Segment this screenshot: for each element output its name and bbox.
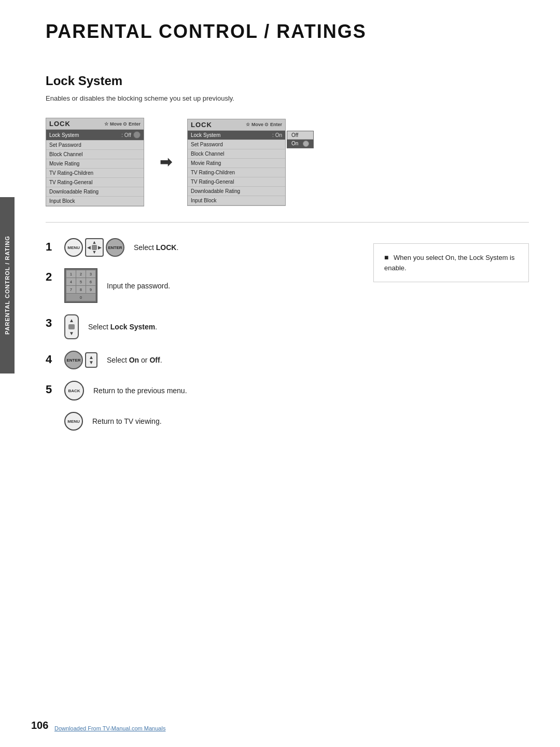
step-1-icons: MENU ▲ ◀ ▶ ▼ ENTER (64, 238, 124, 257)
menu-button-icon: MENU (64, 238, 83, 257)
page-title: PARENTAL CONTROL / RATINGS (46, 21, 529, 43)
step-3: 3 ▲ ▼ Select Lock System. (46, 314, 353, 339)
menu-title-after: LOCK (191, 121, 212, 129)
menu-row-block-channel-before: Block Channel (46, 150, 144, 159)
steps-list: 1 MENU ▲ ◀ ▶ ▼ ENTER (46, 238, 353, 442)
dropdown-item-off: Off (287, 131, 313, 140)
menu-after: LOCK ☆ Move ⊙ Enter Lock System : On Off… (187, 119, 286, 206)
menu-before: LOCK ☆ Move ⊙ Enter Lock System : Off Se… (46, 118, 144, 206)
transition-arrow: ➡ (160, 154, 172, 171)
step-2-text: Input the password. (107, 282, 170, 290)
nav-hint-before: ☆ Move ⊙ Enter (104, 121, 141, 127)
menu-row-set-password-after: Set Password (188, 140, 285, 149)
step-6-icons: MENU (64, 412, 83, 431)
section-title: Lock System (46, 74, 529, 88)
step-2: 2 1 2 3 4 5 6 7 8 9 0 (46, 268, 353, 303)
menu-row-movie-rating-after: Movie Rating (188, 159, 285, 168)
numpad-icon: 1 2 3 4 5 6 7 8 9 0 (64, 268, 97, 303)
note-box: ■ When you select On, the Lock System is… (373, 243, 529, 282)
step-1-text: Select LOCK. (134, 243, 178, 252)
back-button-icon: BACK (64, 381, 84, 400)
menu-row-tv-children-before: TV Rating-Children (46, 169, 144, 178)
menu-title-before: LOCK (49, 120, 71, 128)
step-6: 6 MENU Return to TV viewing. (46, 412, 353, 431)
step-1: 1 MENU ▲ ◀ ▶ ▼ ENTER (46, 238, 353, 257)
menu-row-input-block-after: Input Block (188, 196, 285, 205)
menu-row-movie-rating-before: Movie Rating (46, 159, 144, 169)
step-3-icons: ▲ ▼ (64, 314, 79, 339)
footer-link[interactable]: Downloaded From TV-Manual.com Manuals (54, 725, 165, 731)
menu-row-block-channel-after: Block Channel (188, 149, 285, 159)
dropdown-overlay: Off On (287, 131, 314, 148)
dpad-icon: ▲ ◀ ▶ ▼ (85, 238, 104, 257)
steps-area: 1 MENU ▲ ◀ ▶ ▼ ENTER (46, 238, 529, 442)
nav-hint-after: ☆ Move ⊙ Enter (246, 122, 282, 127)
step-2-icons: 1 2 3 4 5 6 7 8 9 0 (64, 268, 97, 303)
arrow-nav-icon: ▲ ▼ (85, 352, 97, 368)
menu-row-downloadable-before: Downloadable Rating (46, 187, 144, 197)
step-3-text: Select Lock System. (88, 323, 157, 331)
dropdown-item-on: On (287, 140, 313, 148)
menu-row-lock-system-after: Lock System : On Off On (188, 131, 285, 140)
menu-row-tv-children-after: TV Rating-Children (188, 168, 285, 177)
side-tab: PARENTAL CONTROL / RATING (0, 197, 15, 374)
note-text: When you select On, the Lock System is e… (384, 254, 514, 272)
step-number-1: 1 (46, 241, 55, 253)
menu-row-set-password-before: Set Password (46, 141, 144, 150)
step-4-icons: ENTER ▲ ▼ (64, 351, 97, 369)
note-bullet: ■ (384, 253, 388, 261)
menu-header-before: LOCK ☆ Move ⊙ Enter (46, 118, 144, 130)
step-5-icons: BACK (64, 381, 84, 400)
step-number-4: 4 (46, 354, 55, 365)
step-6-text: Return to TV viewing. (92, 417, 162, 425)
enter-button-icon-2: ENTER (64, 351, 83, 369)
menu-row-lock-system-before: Lock System : Off (46, 130, 144, 141)
step-5-text: Return to the previous menu. (93, 386, 187, 395)
section-divider (46, 222, 529, 223)
menu-row-input-block-before: Input Block (46, 197, 144, 206)
enter-button-icon: ENTER (106, 238, 124, 257)
step-number-2: 2 (46, 271, 55, 283)
menu-button-icon-2: MENU (64, 412, 83, 431)
menu-row-tv-general-after: TV Rating-General (188, 177, 285, 187)
menu-row-tv-general-before: TV Rating-General (46, 178, 144, 187)
section-description: Enables or disables the blocking scheme … (46, 94, 529, 102)
dpad-updown-icon: ▲ ▼ (64, 314, 79, 339)
step-5: 5 BACK Return to the previous menu. (46, 381, 353, 400)
screenshots-area: LOCK ☆ Move ⊙ Enter Lock System : Off Se… (46, 118, 529, 206)
menu-row-downloadable-after: Downloadable Rating (188, 187, 285, 196)
side-tab-label: PARENTAL CONTROL / RATING (4, 236, 10, 335)
note-area: ■ When you select On, the Lock System is… (373, 243, 529, 442)
step-number-3: 3 (46, 317, 55, 329)
step-4-text: Select On or Off. (107, 356, 162, 364)
step-4: 4 ENTER ▲ ▼ Select On or Off. (46, 351, 353, 369)
menu-header-after: LOCK ☆ Move ⊙ Enter (188, 119, 285, 131)
page-number: 106 (31, 720, 48, 731)
step-number-5: 5 (46, 384, 55, 395)
